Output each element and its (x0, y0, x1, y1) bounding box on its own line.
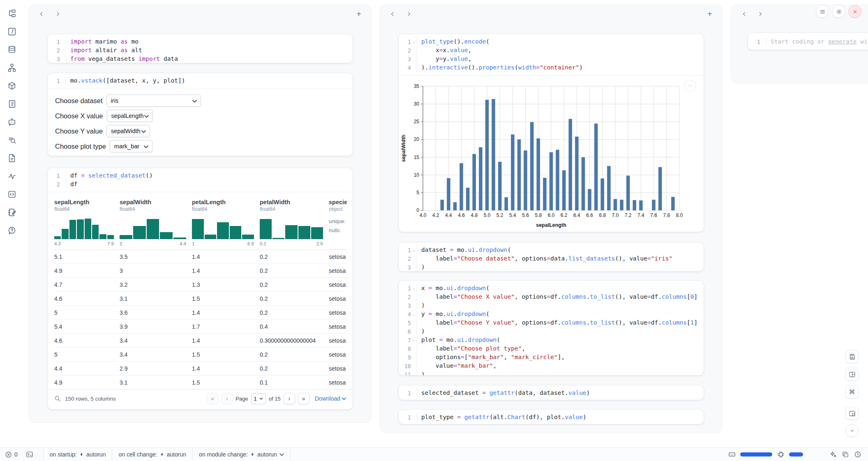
chevron-left-icon (39, 11, 44, 17)
sidebar-item-search[interactable] (6, 134, 18, 146)
sidebar-item-tracing[interactable] (6, 170, 18, 182)
cpu-button[interactable] (777, 451, 785, 459)
column-next-button[interactable] (405, 10, 413, 18)
download-button[interactable]: Download (315, 395, 346, 402)
column-prev-button[interactable] (37, 10, 46, 18)
line-number: 8 (399, 344, 411, 353)
on-cell-change-setting[interactable]: on cell change: autorun (112, 448, 192, 461)
add-cell-button[interactable]: + (354, 9, 364, 19)
generate-link[interactable]: generate (828, 38, 857, 45)
search-icon[interactable] (54, 395, 61, 402)
sidebar-item-snippets[interactable] (6, 188, 18, 201)
table-cell: 1.5 (192, 295, 260, 302)
sidebar-item-dependency-graph[interactable] (6, 62, 18, 74)
prev-page-button[interactable]: ‹ (221, 393, 233, 404)
code-text: Start coding or generate with (766, 37, 868, 46)
code-editor[interactable]: 1plot_type = getattr(alt.Chart(df), plot… (399, 410, 704, 424)
column-header[interactable]: sepalWidthfloat6424.4 (120, 199, 192, 246)
notebook-menu-button[interactable] (816, 5, 829, 18)
layout-toggle-button[interactable] (845, 368, 859, 381)
sidebar-item-datasources[interactable] (6, 44, 18, 56)
column-header[interactable]: speciesobjectunique:nulls: (329, 199, 347, 246)
table-cell: 4.6 (54, 295, 120, 302)
table-cell: 5.1 (54, 254, 120, 260)
code-line: 4⌄y = mo.ui.dropdown( (399, 310, 704, 318)
sidebar-item-help[interactable] (6, 224, 18, 237)
column-header[interactable]: petalWidthfloat640.12.5 (260, 199, 329, 246)
setting-value: autorun (257, 451, 277, 458)
sidebar-item-logs[interactable] (6, 98, 18, 110)
code-editor[interactable]: 1df = selected_dataset()2df (48, 168, 353, 192)
sidebar-item-scratchpad[interactable] (6, 206, 18, 219)
sidebar-item-file-explorer[interactable] (6, 7, 18, 20)
code-line: 1mo.vstack([dataset, x, y, plot]) (48, 76, 353, 85)
keyboard-button[interactable] (728, 451, 736, 459)
first-page-button[interactable]: « (207, 393, 218, 404)
x-value-select[interactable]: sepalLength (107, 110, 153, 122)
imports-cell: 1import marimo as mo2import altair as al… (47, 34, 353, 63)
code-editor[interactable]: 1 Start coding or generate with (748, 33, 868, 50)
runtime-history-button[interactable] (854, 451, 861, 459)
column-prev-button[interactable] (740, 10, 748, 18)
code-editor[interactable]: 1⌄dataset = mo.ui.dropdown(2 label="Choo… (399, 242, 704, 272)
ai-assistant-button[interactable] (829, 451, 837, 459)
plot-type-select[interactable]: mark_bar (110, 140, 152, 152)
column-type: float64 (192, 206, 254, 212)
next-page-button[interactable]: › (284, 393, 295, 404)
sidebar: f (0, 0, 24, 447)
column-header[interactable]: sepalLengthfloat644.37.9 (54, 199, 120, 246)
column-type: float64 (120, 206, 186, 212)
code-editor[interactable]: 1selected_dataset = getattr(data, datase… (399, 385, 704, 400)
on-startup-setting[interactable]: on startup: autorun (43, 448, 112, 461)
code-text: plot_type().encode( (417, 37, 489, 46)
column-next-button[interactable] (756, 10, 764, 18)
chart-menu-button[interactable]: ⋯ (684, 80, 696, 92)
fold-chevron-icon[interactable]: ⌄ (411, 336, 417, 344)
fold-chevron-icon[interactable]: ⌄ (411, 284, 417, 292)
code-editor[interactable]: 1⌄plot_type().encode(2 x=x.value,3 y=y.v… (399, 34, 704, 76)
shutdown-button[interactable] (848, 5, 861, 18)
column-header[interactable]: petalLengthfloat6416.9 (192, 199, 260, 246)
dataframe-cell: 1df = selected_dataset()2df sepalLengthf… (47, 168, 353, 410)
download-label: Download (315, 395, 340, 402)
sidebar-item-ai-chat[interactable] (6, 116, 18, 128)
bar (671, 197, 675, 210)
error-indicator[interactable]: 0 (0, 451, 22, 458)
settings-button[interactable] (832, 5, 845, 18)
code-line: 11) (399, 370, 704, 376)
fold-chevron-icon[interactable]: ⌄ (411, 37, 417, 46)
code-editor[interactable]: 1import marimo as mo2import altair as al… (48, 34, 353, 63)
scroll-to-bottom-button[interactable] (845, 424, 859, 437)
dataset-select[interactable]: iris (106, 95, 201, 107)
status-bar: 0 on startup: autorun on cell change: au… (0, 447, 868, 461)
table-cell: 1.5 (192, 351, 260, 358)
page-select[interactable]: 1 (251, 393, 266, 404)
svg-text:7.2: 7.2 (625, 212, 632, 218)
sidebar-item-packages[interactable] (6, 80, 18, 92)
code-editor[interactable]: 1⌄x = mo.ui.dropdown(2 label="Choose X v… (399, 281, 704, 376)
add-cell-button[interactable]: + (705, 9, 715, 19)
line-number: 3 (48, 55, 60, 63)
last-page-button[interactable]: » (298, 393, 309, 404)
y-value-select[interactable]: sepalWidth (106, 125, 150, 137)
column-next-button[interactable] (54, 10, 62, 18)
copy-session-button[interactable] (841, 451, 849, 459)
sidebar-item-documentation[interactable] (6, 152, 18, 164)
column-prev-button[interactable] (388, 10, 397, 18)
terminal-button[interactable] (22, 451, 37, 458)
sidebar-item-variables[interactable]: f (6, 25, 18, 38)
code-editor[interactable]: 1mo.vstack([dataset, x, y, plot]) (48, 73, 353, 89)
fold-chevron-icon[interactable]: ⌄ (411, 310, 417, 318)
bar (556, 150, 559, 211)
minimap-button[interactable] (845, 407, 859, 420)
code-line: 1import marimo as mo (48, 37, 353, 46)
save-button[interactable] (845, 350, 859, 363)
fold-chevron-icon[interactable]: ⌄ (411, 246, 417, 254)
keyboard-shortcuts-button[interactable]: ⌘ (845, 385, 859, 399)
chart-output[interactable]: ⋯ 051015202530354.04.24.44.64.85.05.25.4… (399, 76, 704, 231)
svg-text:15: 15 (414, 154, 420, 160)
dropdown-value: sepalWidth (111, 128, 141, 134)
on-module-change-setting[interactable]: on module change: autorun (192, 448, 291, 461)
code-text: mo.vstack([dataset, x, y, plot]) (66, 76, 185, 85)
xy-plot-dropdowns-cell: 1⌄x = mo.ui.dropdown(2 label="Choose X v… (398, 280, 704, 376)
